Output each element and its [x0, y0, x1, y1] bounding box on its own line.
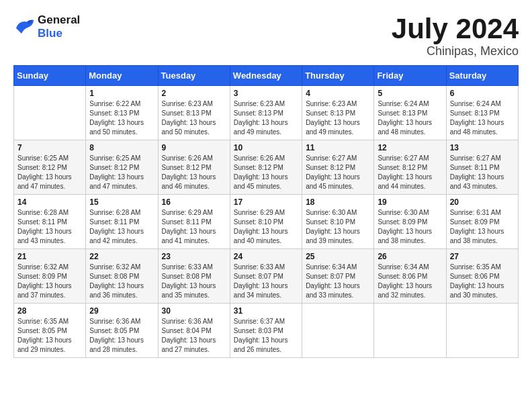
- day-number: 24: [234, 252, 298, 261]
- calendar-cell: 18Sunrise: 6:30 AM Sunset: 8:10 PM Dayli…: [302, 195, 374, 249]
- header-sunday: Sunday: [14, 66, 86, 86]
- day-number: 30: [162, 306, 226, 316]
- day-info: Sunrise: 6:24 AM Sunset: 8:13 PM Dayligh…: [378, 99, 442, 137]
- day-info: Sunrise: 6:32 AM Sunset: 8:09 PM Dayligh…: [17, 263, 82, 300]
- day-number: 26: [378, 252, 442, 261]
- day-number: 20: [450, 197, 515, 207]
- calendar-cell: 21Sunrise: 6:32 AM Sunset: 8:09 PM Dayli…: [14, 249, 86, 304]
- day-number: 23: [162, 252, 226, 261]
- day-info: Sunrise: 6:26 AM Sunset: 8:12 PM Dayligh…: [162, 154, 226, 191]
- day-number: 15: [89, 197, 154, 207]
- day-number: 12: [378, 143, 442, 152]
- calendar-cell: 1Sunrise: 6:22 AM Sunset: 8:13 PM Daylig…: [86, 86, 158, 140]
- day-info: Sunrise: 6:22 AM Sunset: 8:13 PM Dayligh…: [89, 99, 154, 137]
- calendar-cell: 20Sunrise: 6:31 AM Sunset: 8:09 PM Dayli…: [446, 195, 518, 249]
- day-info: Sunrise: 6:23 AM Sunset: 8:13 PM Dayligh…: [306, 99, 370, 137]
- calendar-cell: [14, 86, 86, 140]
- week-row-3: 14Sunrise: 6:28 AM Sunset: 8:11 PM Dayli…: [14, 195, 519, 249]
- day-number: 6: [450, 89, 515, 98]
- week-row-4: 21Sunrise: 6:32 AM Sunset: 8:09 PM Dayli…: [14, 249, 519, 304]
- logo-text: General Blue: [38, 13, 80, 40]
- calendar-cell: 24Sunrise: 6:33 AM Sunset: 8:07 PM Dayli…: [230, 249, 302, 304]
- day-info: Sunrise: 6:32 AM Sunset: 8:08 PM Dayligh…: [89, 263, 154, 300]
- day-info: Sunrise: 6:28 AM Sunset: 8:11 PM Dayligh…: [89, 208, 154, 246]
- day-number: 14: [17, 197, 82, 207]
- calendar-cell: 6Sunrise: 6:24 AM Sunset: 8:13 PM Daylig…: [446, 86, 518, 140]
- week-row-1: 1Sunrise: 6:22 AM Sunset: 8:13 PM Daylig…: [14, 86, 519, 140]
- header-thursday: Thursday: [302, 66, 374, 86]
- week-row-5: 28Sunrise: 6:35 AM Sunset: 8:05 PM Dayli…: [14, 304, 519, 358]
- calendar-cell: 10Sunrise: 6:26 AM Sunset: 8:12 PM Dayli…: [230, 140, 302, 195]
- day-info: Sunrise: 6:26 AM Sunset: 8:12 PM Dayligh…: [234, 154, 298, 191]
- day-info: Sunrise: 6:35 AM Sunset: 8:05 PM Dayligh…: [17, 317, 82, 355]
- day-info: Sunrise: 6:25 AM Sunset: 8:12 PM Dayligh…: [89, 154, 154, 191]
- day-number: 22: [89, 252, 154, 261]
- calendar-cell: 13Sunrise: 6:27 AM Sunset: 8:11 PM Dayli…: [446, 140, 518, 195]
- week-row-2: 7Sunrise: 6:25 AM Sunset: 8:12 PM Daylig…: [14, 140, 519, 195]
- calendar-cell: 19Sunrise: 6:30 AM Sunset: 8:09 PM Dayli…: [374, 195, 446, 249]
- calendar-cell: 3Sunrise: 6:23 AM Sunset: 8:13 PM Daylig…: [230, 86, 302, 140]
- day-number: 3: [234, 89, 298, 98]
- day-info: Sunrise: 6:23 AM Sunset: 8:13 PM Dayligh…: [162, 99, 226, 137]
- calendar-cell: 22Sunrise: 6:32 AM Sunset: 8:08 PM Dayli…: [86, 249, 158, 304]
- calendar-cell: 8Sunrise: 6:25 AM Sunset: 8:12 PM Daylig…: [86, 140, 158, 195]
- calendar-cell: 29Sunrise: 6:36 AM Sunset: 8:05 PM Dayli…: [86, 304, 158, 358]
- calendar-cell: [446, 304, 518, 358]
- calendar-cell: 30Sunrise: 6:36 AM Sunset: 8:04 PM Dayli…: [158, 304, 230, 358]
- calendar-cell: 28Sunrise: 6:35 AM Sunset: 8:05 PM Dayli…: [14, 304, 86, 358]
- page-header: General Blue July 2024 Chinipas, Mexico: [13, 13, 519, 58]
- day-number: 19: [378, 197, 442, 207]
- calendar-cell: [374, 304, 446, 358]
- day-number: 13: [450, 143, 515, 152]
- calendar-cell: 31Sunrise: 6:37 AM Sunset: 8:03 PM Dayli…: [230, 304, 302, 358]
- calendar-cell: 7Sunrise: 6:25 AM Sunset: 8:12 PM Daylig…: [14, 140, 86, 195]
- calendar-cell: 27Sunrise: 6:35 AM Sunset: 8:06 PM Dayli…: [446, 249, 518, 304]
- calendar-cell: 4Sunrise: 6:23 AM Sunset: 8:13 PM Daylig…: [302, 86, 374, 140]
- day-number: 29: [89, 306, 154, 316]
- header-saturday: Saturday: [446, 66, 518, 86]
- day-number: 16: [162, 197, 226, 207]
- day-number: 31: [234, 306, 298, 316]
- day-number: 27: [450, 252, 515, 261]
- day-number: 5: [378, 89, 442, 98]
- calendar-cell: 14Sunrise: 6:28 AM Sunset: 8:11 PM Dayli…: [14, 195, 86, 249]
- day-info: Sunrise: 6:27 AM Sunset: 8:12 PM Dayligh…: [378, 154, 442, 191]
- calendar-cell: 17Sunrise: 6:29 AM Sunset: 8:10 PM Dayli…: [230, 195, 302, 249]
- calendar-cell: 11Sunrise: 6:27 AM Sunset: 8:12 PM Dayli…: [302, 140, 374, 195]
- day-info: Sunrise: 6:33 AM Sunset: 8:08 PM Dayligh…: [162, 263, 226, 300]
- calendar-cell: 2Sunrise: 6:23 AM Sunset: 8:13 PM Daylig…: [158, 86, 230, 140]
- title-block: July 2024 Chinipas, Mexico: [392, 13, 519, 58]
- day-number: 4: [306, 89, 370, 98]
- day-number: 10: [234, 143, 298, 152]
- month-title: July 2024: [392, 13, 519, 44]
- day-number: 1: [89, 89, 154, 98]
- day-info: Sunrise: 6:28 AM Sunset: 8:11 PM Dayligh…: [17, 208, 82, 246]
- day-info: Sunrise: 6:36 AM Sunset: 8:04 PM Dayligh…: [162, 317, 226, 355]
- calendar-cell: 26Sunrise: 6:34 AM Sunset: 8:06 PM Dayli…: [374, 249, 446, 304]
- calendar-cell: 16Sunrise: 6:29 AM Sunset: 8:11 PM Dayli…: [158, 195, 230, 249]
- calendar-cell: [302, 304, 374, 358]
- day-info: Sunrise: 6:34 AM Sunset: 8:07 PM Dayligh…: [306, 263, 370, 300]
- logo-icon: [13, 17, 35, 36]
- header-row: SundayMondayTuesdayWednesdayThursdayFrid…: [14, 66, 519, 86]
- day-number: 7: [17, 143, 82, 152]
- day-info: Sunrise: 6:30 AM Sunset: 8:09 PM Dayligh…: [378, 208, 442, 246]
- header-friday: Friday: [374, 66, 446, 86]
- day-number: 28: [17, 306, 82, 316]
- day-number: 17: [234, 197, 298, 207]
- day-number: 9: [162, 143, 226, 152]
- day-info: Sunrise: 6:27 AM Sunset: 8:12 PM Dayligh…: [306, 154, 370, 191]
- header-tuesday: Tuesday: [158, 66, 230, 86]
- day-info: Sunrise: 6:24 AM Sunset: 8:13 PM Dayligh…: [450, 99, 515, 137]
- logo: General Blue: [13, 13, 80, 40]
- calendar-cell: 15Sunrise: 6:28 AM Sunset: 8:11 PM Dayli…: [86, 195, 158, 249]
- day-number: 8: [89, 143, 154, 152]
- calendar-cell: 9Sunrise: 6:26 AM Sunset: 8:12 PM Daylig…: [158, 140, 230, 195]
- day-number: 25: [306, 252, 370, 261]
- calendar-cell: 25Sunrise: 6:34 AM Sunset: 8:07 PM Dayli…: [302, 249, 374, 304]
- day-info: Sunrise: 6:29 AM Sunset: 8:11 PM Dayligh…: [162, 208, 226, 246]
- header-monday: Monday: [86, 66, 158, 86]
- day-number: 2: [162, 89, 226, 98]
- day-info: Sunrise: 6:37 AM Sunset: 8:03 PM Dayligh…: [234, 317, 298, 355]
- day-info: Sunrise: 6:29 AM Sunset: 8:10 PM Dayligh…: [234, 208, 298, 246]
